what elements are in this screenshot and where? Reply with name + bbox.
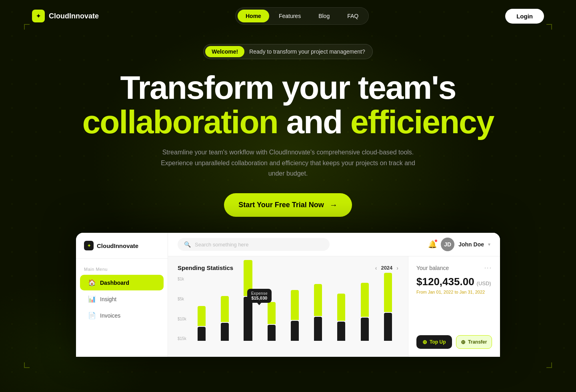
bar-lime-9 (384, 273, 392, 312)
notification-bell[interactable]: 🔔 (428, 240, 437, 249)
brand-logo[interactable]: ✦ CloudInnovate (32, 10, 99, 22)
chart-bar-jan (191, 306, 212, 341)
bar-lime-1 (198, 306, 206, 326)
current-year: 2024 (381, 265, 392, 271)
hero-lime1: collaboration (82, 104, 278, 140)
balance-title: Your balance (416, 265, 449, 271)
balance-amount: $120,435.00 (USD) (416, 276, 492, 288)
dashboard-topbar: 🔍 Search something here 🔔 JD John Doe ▾ (168, 233, 500, 256)
balance-header: Your balance ··· (416, 264, 492, 272)
topup-label: Top Up (430, 339, 446, 345)
topup-button[interactable]: ⊕ Top Up (416, 335, 452, 349)
bar-dark-2 (221, 323, 229, 341)
balance-currency: (USD) (477, 280, 491, 286)
transfer-icon: ⊕ (461, 339, 466, 345)
dashboard-icon: 🏠 (88, 279, 96, 286)
brand-name: CloudInnovate (49, 12, 99, 20)
hero-subtitle: Streamline your team's workflow with Clo… (160, 147, 416, 179)
y-label-1k: $1k (178, 277, 186, 281)
chart-bars (191, 285, 398, 341)
chart-bar-aug (354, 283, 375, 341)
dash-brand: ✦ CloudInnovate (76, 241, 168, 259)
bar-lime-2 (221, 296, 229, 322)
y-label-5k: $5k (178, 297, 186, 301)
balance-actions: ⊕ Top Up ⊕ Transfer (416, 335, 492, 349)
insight-icon: 📊 (88, 295, 96, 303)
transfer-button[interactable]: ⊕ Transfer (456, 335, 492, 349)
bar-lime-3 (244, 260, 252, 296)
nav-faq[interactable]: FAQ (339, 10, 366, 22)
dashboard-label: Dashboard (100, 280, 129, 286)
transfer-label: Transfer (468, 339, 487, 345)
chart-bar-jun (308, 284, 328, 341)
dashboard-sidebar: ✦ CloudInnovate Main Menu 🏠 Dashboard 📊 … (76, 233, 168, 357)
chart-y-axis: $15k $10k $5k $1k (178, 277, 186, 341)
logo-icon: ✦ (32, 10, 45, 22)
bar-lime-8 (361, 283, 369, 317)
login-button[interactable]: Login (505, 9, 544, 24)
corner-marker-br (546, 362, 552, 368)
bar-lime-5 (291, 290, 299, 320)
dashboard-main: 🔍 Search something here 🔔 JD John Doe ▾ (168, 233, 500, 357)
balance-options[interactable]: ··· (484, 264, 492, 272)
chart-bar-apr (261, 302, 282, 341)
insight-label: Insight (100, 296, 116, 302)
hero-section: Welcome! Ready to transform your project… (0, 32, 576, 217)
invoices-label: Invoices (100, 312, 120, 319)
search-bar[interactable]: 🔍 Search something here (178, 238, 330, 251)
hero-lime2: efficiency (350, 104, 494, 140)
year-navigation: ‹ 2024 › (375, 265, 398, 271)
nav-blog[interactable]: Blog (310, 10, 338, 22)
nav-features[interactable]: Features (271, 10, 309, 22)
chart-bar-sep (378, 273, 398, 341)
chart-bar-feb (214, 296, 235, 341)
sidebar-item-insight[interactable]: 📊 Insight (80, 291, 164, 307)
bar-dark-3 (244, 297, 252, 341)
y-label-10k: $10k (178, 317, 186, 321)
sidebar-item-dashboard[interactable]: 🏠 Dashboard (80, 275, 164, 290)
cta-button[interactable]: Start Your Free Trial Now → (224, 193, 352, 217)
dash-brand-name: CloudInnovate (97, 242, 138, 249)
hero-title-line1: Transform your team's (8, 70, 568, 105)
bar-lime-4 (268, 302, 276, 324)
chart-header: Spending Statistics ‹ 2024 › (178, 264, 398, 271)
topup-icon: ⊕ (422, 339, 427, 345)
next-year-button[interactable]: › (396, 265, 398, 271)
bar-dark-9 (384, 313, 392, 341)
bar-dark-6 (314, 317, 322, 341)
hero-mid: and (286, 104, 350, 140)
chart-section: Spending Statistics ‹ 2024 › $15k $10k $… (168, 256, 408, 357)
bar-dark-1 (198, 327, 206, 341)
dashboard-inner: ✦ CloudInnovate Main Menu 🏠 Dashboard 📊 … (76, 233, 500, 357)
search-placeholder: Search something here (195, 242, 248, 248)
dashboard-preview: ✦ CloudInnovate Main Menu 🏠 Dashboard 📊 … (76, 233, 500, 357)
dash-menu-label: Main Menu (76, 264, 168, 274)
welcome-badge-text: Ready to transform your project manageme… (249, 48, 365, 55)
bar-lime-7 (337, 294, 345, 321)
navbar: ✦ CloudInnovate Home Features Blog FAQ L… (0, 0, 576, 32)
bar-lime-6 (314, 284, 322, 316)
chart-bar-jul (331, 294, 352, 341)
sidebar-item-invoices[interactable]: 📄 Invoices (80, 308, 164, 323)
welcome-badge: Welcome! Ready to transform your project… (203, 44, 372, 59)
cta-label: Start Your Free Trial Now (238, 201, 324, 209)
corner-marker-bl (24, 362, 30, 368)
prev-year-button[interactable]: ‹ (375, 265, 377, 271)
invoices-icon: 📄 (88, 312, 96, 319)
nav-home[interactable]: Home (238, 10, 269, 22)
hero-title-line2: collaboration and efficiency (8, 105, 568, 139)
balance-value: $120,435.00 (416, 276, 474, 288)
hero-title: Transform your team's collaboration and … (8, 70, 568, 139)
dashboard-content: Spending Statistics ‹ 2024 › $15k $10k $… (168, 256, 500, 357)
user-chevron-icon[interactable]: ▾ (488, 242, 490, 247)
notification-dot (434, 239, 438, 242)
balance-date: From Jan 01, 2022 to Jan 31, 2022 (416, 290, 492, 294)
cta-arrow-icon: → (330, 200, 338, 210)
bar-dark-7 (337, 322, 345, 341)
search-icon: 🔍 (184, 241, 191, 248)
bar-dark-4 (268, 325, 276, 341)
dash-logo-icon: ✦ (84, 241, 94, 250)
balance-section: Your balance ··· $120,435.00 (USD) From … (408, 256, 500, 357)
bar-dark-8 (361, 318, 369, 341)
y-label-15k: $15k (178, 336, 186, 341)
